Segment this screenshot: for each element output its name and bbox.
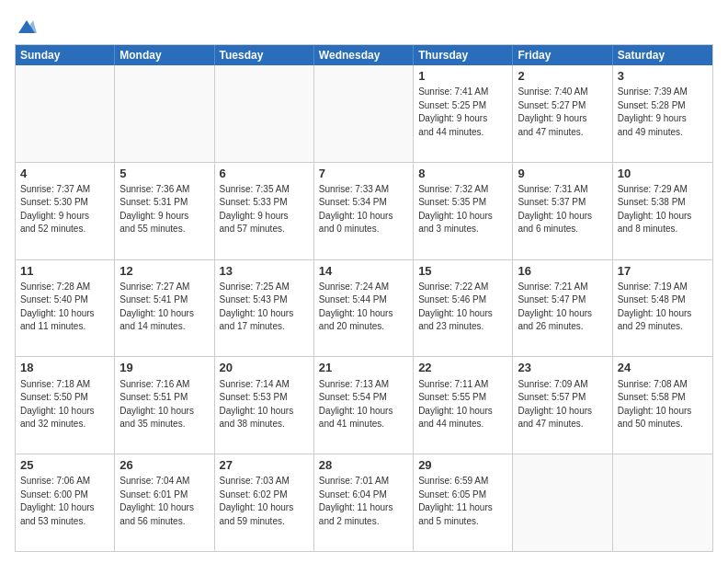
day-info: Sunrise: 7:28 AM Sunset: 5:40 PM Dayligh… (20, 281, 109, 334)
day-info: Sunrise: 7:24 AM Sunset: 5:44 PM Dayligh… (319, 281, 408, 334)
day-info: Sunrise: 7:40 AM Sunset: 5:27 PM Dayligh… (518, 86, 607, 139)
day-number: 3 (618, 68, 708, 85)
day-info: Sunrise: 7:01 AM Sunset: 6:04 PM Dayligh… (319, 475, 408, 528)
day-number: 6 (220, 166, 309, 182)
day-info: Sunrise: 7:14 AM Sunset: 5:53 PM Dayligh… (220, 378, 309, 431)
day-info: Sunrise: 7:27 AM Sunset: 5:41 PM Dayligh… (119, 281, 209, 334)
calendar-cell: 9Sunrise: 7:31 AM Sunset: 5:37 PM Daylig… (513, 163, 612, 259)
day-number: 5 (119, 166, 209, 182)
calendar-cell: 26Sunrise: 7:04 AM Sunset: 6:01 PM Dayli… (115, 454, 214, 551)
day-number: 19 (119, 360, 209, 376)
calendar-cell: 8Sunrise: 7:32 AM Sunset: 5:35 PM Daylig… (414, 163, 513, 259)
calendar-cell: 10Sunrise: 7:29 AM Sunset: 5:38 PM Dayli… (613, 163, 712, 259)
calendar-cell: 21Sunrise: 7:13 AM Sunset: 5:54 PM Dayli… (314, 357, 414, 454)
day-info: Sunrise: 7:08 AM Sunset: 5:58 PM Dayligh… (618, 378, 708, 431)
day-number: 7 (319, 166, 408, 182)
day-info: Sunrise: 7:21 AM Sunset: 5:47 PM Dayligh… (518, 281, 607, 334)
calendar-cell: 14Sunrise: 7:24 AM Sunset: 5:44 PM Dayli… (314, 260, 414, 357)
day-number: 18 (20, 360, 109, 376)
day-number: 4 (20, 166, 109, 182)
day-number: 8 (418, 166, 507, 182)
day-info: Sunrise: 7:16 AM Sunset: 5:51 PM Dayligh… (119, 378, 209, 431)
weekday-header: Sunday (16, 45, 115, 65)
calendar-cell: 17Sunrise: 7:19 AM Sunset: 5:48 PM Dayli… (613, 260, 712, 357)
weekday-header: Monday (115, 45, 214, 65)
calendar-cell: 13Sunrise: 7:25 AM Sunset: 5:43 PM Dayli… (215, 260, 314, 357)
calendar-cell: 18Sunrise: 7:18 AM Sunset: 5:50 PM Dayli… (16, 357, 115, 454)
weekday-header: Saturday (613, 45, 712, 65)
calendar-cell: 2Sunrise: 7:40 AM Sunset: 5:27 PM Daylig… (513, 65, 612, 162)
day-info: Sunrise: 7:19 AM Sunset: 5:48 PM Dayligh… (618, 281, 708, 334)
calendar-cell (16, 65, 115, 162)
weekday-header: Wednesday (314, 45, 414, 65)
day-info: Sunrise: 7:06 AM Sunset: 6:00 PM Dayligh… (20, 475, 109, 528)
day-number: 26 (119, 457, 209, 474)
calendar-cell: 7Sunrise: 7:33 AM Sunset: 5:34 PM Daylig… (314, 163, 414, 259)
weekday-header: Thursday (414, 45, 513, 65)
calendar-cell: 12Sunrise: 7:27 AM Sunset: 5:41 PM Dayli… (115, 260, 214, 357)
calendar-body: 1Sunrise: 7:41 AM Sunset: 5:25 PM Daylig… (16, 65, 712, 551)
calendar-row: 1Sunrise: 7:41 AM Sunset: 5:25 PM Daylig… (16, 65, 712, 162)
day-info: Sunrise: 7:29 AM Sunset: 5:38 PM Dayligh… (618, 183, 708, 236)
calendar-row: 4Sunrise: 7:37 AM Sunset: 5:30 PM Daylig… (16, 162, 712, 259)
day-info: Sunrise: 7:22 AM Sunset: 5:46 PM Dayligh… (418, 281, 507, 334)
calendar-cell (115, 65, 214, 162)
calendar-row: 18Sunrise: 7:18 AM Sunset: 5:50 PM Dayli… (16, 356, 712, 454)
day-number: 11 (20, 263, 109, 280)
day-number: 27 (220, 457, 309, 474)
day-info: Sunrise: 7:33 AM Sunset: 5:34 PM Dayligh… (319, 183, 408, 236)
calendar-cell: 5Sunrise: 7:36 AM Sunset: 5:31 PM Daylig… (115, 163, 214, 259)
calendar-cell: 20Sunrise: 7:14 AM Sunset: 5:53 PM Dayli… (215, 357, 314, 454)
weekday-header: Friday (513, 45, 612, 65)
day-number: 14 (319, 263, 408, 280)
calendar-cell (613, 454, 712, 551)
page: SundayMondayTuesdayWednesdayThursdayFrid… (0, 0, 728, 563)
logo (15, 15, 37, 37)
calendar-cell: 4Sunrise: 7:37 AM Sunset: 5:30 PM Daylig… (16, 163, 115, 259)
day-number: 21 (319, 360, 408, 376)
day-number: 1 (418, 68, 507, 85)
day-info: Sunrise: 7:41 AM Sunset: 5:25 PM Dayligh… (418, 86, 507, 139)
logo-icon (17, 17, 37, 37)
day-number: 10 (618, 166, 708, 182)
day-number: 24 (618, 360, 708, 376)
day-info: Sunrise: 7:03 AM Sunset: 6:02 PM Dayligh… (220, 475, 309, 528)
day-number: 28 (319, 457, 408, 474)
calendar-cell: 3Sunrise: 7:39 AM Sunset: 5:28 PM Daylig… (613, 65, 712, 162)
calendar-cell: 29Sunrise: 6:59 AM Sunset: 6:05 PM Dayli… (414, 454, 513, 551)
calendar-cell: 28Sunrise: 7:01 AM Sunset: 6:04 PM Dayli… (314, 454, 414, 551)
day-number: 12 (119, 263, 209, 280)
calendar-cell: 16Sunrise: 7:21 AM Sunset: 5:47 PM Dayli… (513, 260, 612, 357)
day-info: Sunrise: 7:39 AM Sunset: 5:28 PM Dayligh… (618, 86, 708, 139)
calendar-cell: 24Sunrise: 7:08 AM Sunset: 5:58 PM Dayli… (613, 357, 712, 454)
calendar-cell (314, 65, 414, 162)
calendar-cell: 1Sunrise: 7:41 AM Sunset: 5:25 PM Daylig… (414, 65, 513, 162)
calendar-row: 11Sunrise: 7:28 AM Sunset: 5:40 PM Dayli… (16, 259, 712, 357)
day-info: Sunrise: 7:11 AM Sunset: 5:55 PM Dayligh… (418, 378, 507, 431)
calendar-cell: 19Sunrise: 7:16 AM Sunset: 5:51 PM Dayli… (115, 357, 214, 454)
day-number: 16 (518, 263, 607, 280)
day-info: Sunrise: 7:31 AM Sunset: 5:37 PM Dayligh… (518, 183, 607, 236)
calendar-cell: 25Sunrise: 7:06 AM Sunset: 6:00 PM Dayli… (16, 454, 115, 551)
weekday-header: Tuesday (215, 45, 314, 65)
day-number: 25 (20, 457, 109, 474)
calendar-cell: 15Sunrise: 7:22 AM Sunset: 5:46 PM Dayli… (414, 260, 513, 357)
day-number: 15 (418, 263, 507, 280)
calendar: SundayMondayTuesdayWednesdayThursdayFrid… (15, 44, 713, 552)
calendar-cell: 27Sunrise: 7:03 AM Sunset: 6:02 PM Dayli… (215, 454, 314, 551)
day-info: Sunrise: 7:04 AM Sunset: 6:01 PM Dayligh… (119, 475, 209, 528)
day-info: Sunrise: 7:09 AM Sunset: 5:57 PM Dayligh… (518, 378, 607, 431)
day-info: Sunrise: 7:25 AM Sunset: 5:43 PM Dayligh… (220, 281, 309, 334)
day-info: Sunrise: 7:37 AM Sunset: 5:30 PM Dayligh… (20, 183, 109, 236)
calendar-cell: 22Sunrise: 7:11 AM Sunset: 5:55 PM Dayli… (414, 357, 513, 454)
day-number: 9 (518, 166, 607, 182)
day-info: Sunrise: 7:36 AM Sunset: 5:31 PM Dayligh… (119, 183, 209, 236)
day-number: 23 (518, 360, 607, 376)
calendar-row: 25Sunrise: 7:06 AM Sunset: 6:00 PM Dayli… (16, 454, 712, 551)
calendar-cell (215, 65, 314, 162)
calendar-cell: 6Sunrise: 7:35 AM Sunset: 5:33 PM Daylig… (215, 163, 314, 259)
calendar-cell: 23Sunrise: 7:09 AM Sunset: 5:57 PM Dayli… (513, 357, 612, 454)
calendar-cell: 11Sunrise: 7:28 AM Sunset: 5:40 PM Dayli… (16, 260, 115, 357)
day-number: 13 (220, 263, 309, 280)
day-info: Sunrise: 6:59 AM Sunset: 6:05 PM Dayligh… (418, 475, 507, 528)
